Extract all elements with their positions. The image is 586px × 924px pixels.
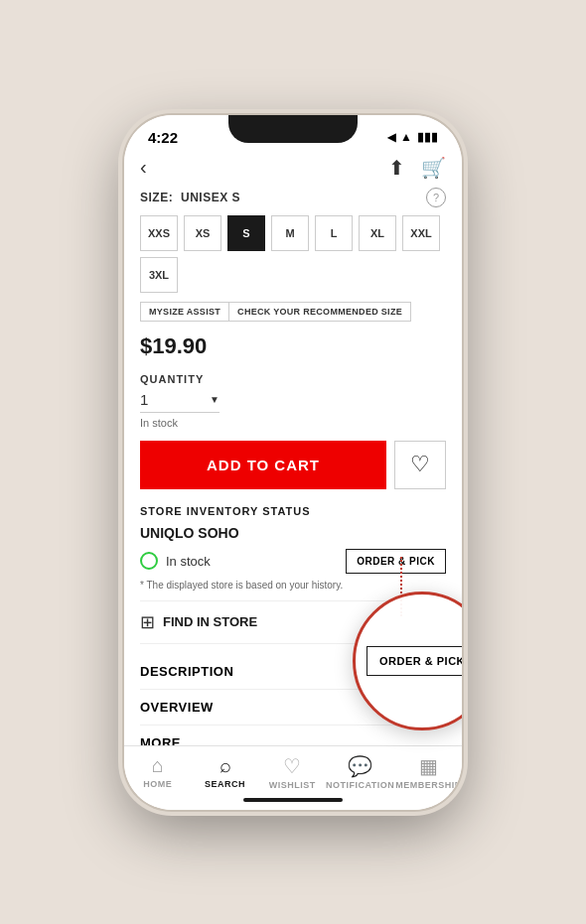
membership-icon: ▦ bbox=[419, 754, 438, 778]
share-icon[interactable]: ⬆ bbox=[388, 156, 405, 180]
phone-notch bbox=[228, 115, 358, 143]
cart-icon[interactable]: 🛒 bbox=[421, 156, 446, 180]
size-options: XXS XS S M L XL XXL 3XL bbox=[140, 215, 446, 293]
phone-frame: 4:22 ◀ ▲ ▮▮▮ ‹ ⬆ 🛒 SIZE: UNISEX S bbox=[124, 115, 462, 810]
back-button[interactable]: ‹ bbox=[140, 156, 147, 179]
price: $19.90 bbox=[140, 333, 446, 359]
size-3xl[interactable]: 3XL bbox=[140, 257, 178, 293]
stock-indicator bbox=[140, 552, 158, 570]
nav-bar: ‹ ⬆ 🛒 bbox=[124, 150, 462, 188]
size-m[interactable]: M bbox=[271, 215, 309, 251]
find-store-label: FIND IN STORE bbox=[163, 614, 257, 629]
nav-item-membership[interactable]: ▦ MEMBERSHIP bbox=[394, 754, 462, 790]
notification-icon: 💬 bbox=[348, 754, 372, 778]
membership-label: MEMBERSHIP bbox=[395, 780, 461, 790]
quantity-select[interactable]: 1 ▼ bbox=[140, 391, 220, 413]
quantity-value: 1 bbox=[140, 391, 148, 408]
size-label: SIZE: UNISEX S bbox=[140, 191, 240, 204]
wifi-icon: ▲ bbox=[400, 130, 412, 144]
home-indicator bbox=[243, 798, 343, 802]
nav-item-home[interactable]: ⌂ HOME bbox=[124, 754, 192, 790]
battery-icon: ▮▮▮ bbox=[417, 130, 438, 144]
size-header: SIZE: UNISEX S ? bbox=[140, 188, 446, 207]
size-l[interactable]: L bbox=[315, 215, 353, 251]
more-row[interactable]: MORE... bbox=[140, 726, 446, 745]
overview-label: OVERVIEW bbox=[140, 700, 214, 715]
status-icons: ◀ ▲ ▮▮▮ bbox=[387, 130, 438, 144]
quantity-label: QUANTITY bbox=[140, 373, 446, 385]
search-label: SEARCH bbox=[205, 779, 245, 789]
nav-item-notification[interactable]: 💬 NOTIFICATION bbox=[326, 754, 394, 790]
wishlist-icon: ♡ bbox=[283, 754, 301, 778]
nav-item-wishlist[interactable]: ♡ WISHLIST bbox=[258, 754, 326, 790]
store-inventory-title: STORE INVENTORY STATUS bbox=[140, 505, 446, 517]
size-xxl[interactable]: XXL bbox=[402, 215, 440, 251]
add-to-cart-row: ADD TO CART ♡ bbox=[140, 441, 446, 489]
size-xxs[interactable]: XXS bbox=[140, 215, 178, 251]
home-icon: ⌂ bbox=[152, 754, 164, 777]
size-xl[interactable]: XL bbox=[359, 215, 396, 251]
nav-item-search[interactable]: ⌕ SEARCH bbox=[192, 754, 259, 790]
wishlist-button[interactable]: ♡ bbox=[394, 441, 446, 489]
check-size-label: CHECK YOUR RECOMMENDED SIZE bbox=[228, 303, 410, 321]
status-time: 4:22 bbox=[148, 129, 178, 146]
phone-screen: 4:22 ◀ ▲ ▮▮▮ ‹ ⬆ 🛒 SIZE: UNISEX S bbox=[124, 115, 462, 810]
mysize-bar[interactable]: MYSIZE ASSIST CHECK YOUR RECOMMENDED SIZ… bbox=[140, 302, 411, 322]
wishlist-label: WISHLIST bbox=[269, 780, 316, 790]
find-store-icon: ⊞ bbox=[140, 611, 155, 633]
store-stock-text: In stock bbox=[166, 554, 211, 569]
order-pick-button[interactable]: ORDER & PICK bbox=[346, 549, 446, 574]
mysize-assist-label: MYSIZE ASSIST bbox=[141, 303, 228, 321]
more-label: MORE... bbox=[140, 735, 193, 745]
add-to-cart-button[interactable]: ADD TO CART bbox=[140, 441, 386, 489]
store-name: UNIQLO SOHO bbox=[140, 525, 446, 541]
home-label: HOME bbox=[143, 779, 172, 789]
store-status-left: In stock bbox=[140, 552, 211, 570]
search-icon: ⌕ bbox=[220, 754, 231, 777]
in-stock-label: In stock bbox=[140, 417, 446, 429]
size-help-icon[interactable]: ? bbox=[426, 188, 446, 207]
size-xs[interactable]: XS bbox=[184, 215, 221, 251]
order-pick-overlay-button[interactable]: ORDER & PICK bbox=[366, 646, 462, 676]
wishlist-heart-icon: ♡ bbox=[410, 452, 430, 477]
description-label: DESCRIPTION bbox=[140, 664, 233, 679]
notification-label: NOTIFICATION bbox=[326, 780, 394, 790]
nav-icons: ⬆ 🛒 bbox=[388, 156, 446, 180]
quantity-arrow-icon: ▼ bbox=[210, 394, 220, 405]
size-s[interactable]: S bbox=[227, 215, 265, 251]
location-icon: ◀ bbox=[387, 131, 395, 144]
